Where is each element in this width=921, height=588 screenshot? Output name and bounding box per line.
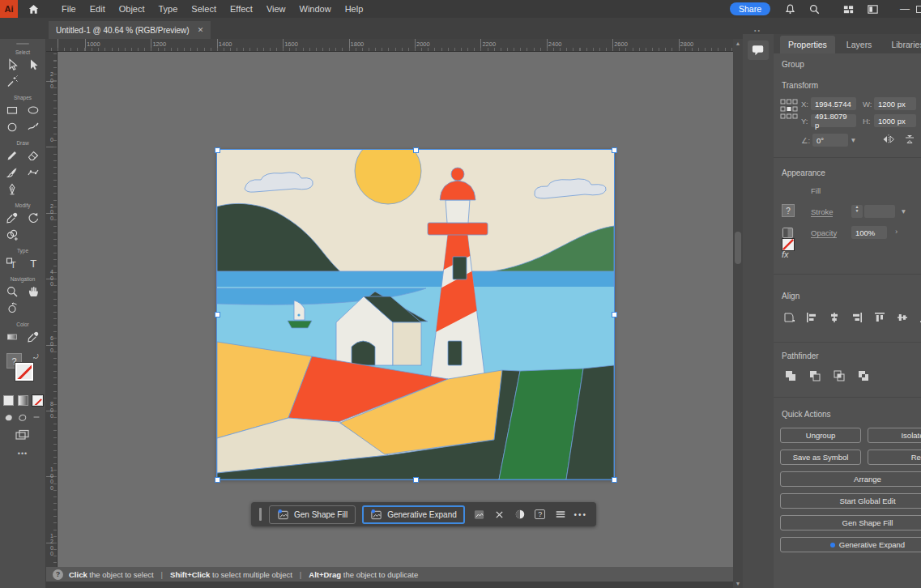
menu-type[interactable]: Type (159, 4, 178, 14)
generative-expand-button[interactable]: Generative Expand (780, 537, 921, 552)
help-icon[interactable]: ? (533, 508, 548, 521)
more-options-icon[interactable]: ••• (573, 508, 588, 521)
reference-point-locator[interactable] (780, 99, 798, 123)
minimize-icon[interactable]: — (900, 3, 910, 15)
selection-handle[interactable] (612, 477, 617, 483)
scroll-down-icon[interactable]: ▼ (733, 581, 743, 586)
tab-libraries[interactable]: Libraries (883, 36, 921, 53)
canvas-pasteboard[interactable]: Gen Shape FillGenerative Expand ?••• (58, 52, 733, 567)
help-icon[interactable]: ? (53, 569, 63, 580)
opacity-link[interactable]: Opacity (811, 228, 837, 238)
dock-collapse-icon[interactable]: •• (754, 28, 761, 33)
menu-view[interactable]: View (266, 4, 286, 14)
gen-shape-fill-button[interactable]: Gen Shape Fill (780, 515, 921, 530)
gen-shape-fill-button[interactable]: Gen Shape Fill (269, 505, 356, 524)
paintbrush-tool[interactable] (2, 164, 22, 181)
y-input[interactable]: 491.8079 p (811, 114, 856, 127)
pathfinder-minus-front-icon[interactable] (808, 369, 822, 382)
direct-selection-tool[interactable] (2, 57, 22, 73)
rectangle-tool[interactable] (2, 102, 22, 118)
stroke-swatch-none[interactable] (15, 363, 33, 381)
selection-handle[interactable] (612, 147, 617, 153)
x-input[interactable]: 1994.5744 (811, 97, 856, 110)
draw-inside-icon[interactable] (32, 412, 41, 422)
opacity-more-icon[interactable]: › (895, 227, 898, 236)
opacity-icon[interactable] (782, 227, 794, 242)
selection-handle[interactable] (215, 312, 220, 317)
menu-window[interactable]: Window (300, 4, 331, 14)
pen-tool[interactable] (2, 181, 22, 198)
recolor-button[interactable]: Recolor (868, 450, 921, 465)
type-tool[interactable]: T (23, 255, 43, 271)
eyedropper-tool[interactable] (2, 210, 22, 226)
swap-fill-stroke-icon[interactable]: ⤾ (33, 353, 39, 361)
menu-icon[interactable] (553, 508, 568, 521)
hand-tool[interactable] (23, 283, 43, 300)
menu-help[interactable]: Help (345, 4, 364, 14)
document-tab[interactable]: Untitled-1 @ 40.64 % (RGB/Preview) ✕ (49, 21, 211, 39)
isolate-group-button[interactable]: Isolate Group (868, 428, 921, 443)
draw-normal-icon[interactable] (4, 412, 14, 422)
notifications-bell-icon[interactable] (782, 2, 798, 16)
insert-image-icon[interactable] (472, 508, 487, 521)
search-icon[interactable] (806, 2, 822, 16)
menu-file[interactable]: File (62, 4, 76, 14)
rotate-tool[interactable] (23, 210, 43, 226)
edit-toolbar-more-icon[interactable]: ••• (0, 450, 45, 458)
touch-type-tool[interactable]: T (2, 255, 22, 271)
home-icon[interactable] (26, 2, 41, 16)
align-to-selection-dropdown-icon[interactable] (782, 311, 796, 324)
align-middle-vertical-icon[interactable] (895, 311, 910, 324)
tab-layers[interactable]: Layers (838, 36, 880, 53)
color-eyedropper-tool[interactable] (23, 329, 43, 345)
magic-wand-tool[interactable] (2, 74, 22, 90)
tab-close-icon[interactable]: ✕ (198, 26, 204, 34)
align-right-icon[interactable] (850, 311, 864, 324)
selection-handle[interactable] (215, 477, 220, 483)
maximize-icon[interactable] (916, 6, 921, 13)
arrange-button[interactable]: Arrange (780, 471, 921, 487)
screen-mode-icon[interactable] (15, 428, 31, 441)
selection-handle[interactable] (612, 312, 617, 317)
stroke-weight-input[interactable] (864, 205, 895, 218)
pathfinder-unite-icon[interactable] (783, 369, 798, 382)
stroke-weight-stepper[interactable]: ▲▼ (851, 205, 863, 218)
pencil-tool[interactable] (2, 147, 22, 164)
shape-builder-tool[interactable] (2, 227, 22, 243)
align-left-icon[interactable] (804, 311, 819, 324)
selection-handle[interactable] (413, 477, 419, 483)
panel-layout-icon[interactable] (864, 2, 880, 16)
ellipse-tool[interactable] (23, 102, 43, 118)
chevron-down-icon[interactable]: ▾ (851, 135, 855, 144)
rotate-view-tool[interactable] (2, 300, 22, 317)
scroll-up-icon[interactable]: ▲ (733, 40, 743, 46)
close-icon[interactable] (492, 508, 507, 521)
gradient-swatch[interactable] (18, 395, 28, 406)
w-input[interactable]: 1200 px (874, 97, 916, 110)
workspace-switcher-icon[interactable] (840, 2, 856, 16)
fx-effects-icon[interactable]: fx (782, 249, 789, 259)
polygon-tool[interactable] (2, 119, 22, 135)
taskbar-drag-handle[interactable] (259, 508, 262, 521)
stroke-weight-chevron-icon[interactable]: ▾ (902, 207, 906, 215)
flip-vertical-icon[interactable] (903, 134, 916, 148)
align-top-icon[interactable] (872, 311, 887, 324)
tab-properties[interactable]: Properties (780, 36, 835, 53)
curvature-tool[interactable] (23, 164, 43, 181)
save-as-symbol-button[interactable]: Save as Symbol (780, 450, 861, 465)
gradient-tool[interactable] (2, 329, 22, 345)
rotation-select[interactable]: 0° (812, 134, 848, 147)
share-button[interactable]: Share (730, 2, 770, 15)
start-global-edit-button[interactable]: Start Global Edit (780, 493, 921, 509)
menu-edit[interactable]: Edit (90, 4, 105, 14)
stroke-link[interactable]: Stroke (811, 207, 833, 217)
none-swatch[interactable] (32, 395, 43, 406)
h-input[interactable]: 1000 px (874, 114, 916, 127)
lighthouse-illustration[interactable] (217, 150, 614, 479)
tone-icon[interactable] (513, 508, 527, 521)
pathfinder-intersect-icon[interactable] (832, 369, 846, 382)
selection-handle[interactable] (215, 147, 220, 153)
zoom-tool[interactable] (2, 283, 22, 300)
shaper-tool[interactable] (23, 119, 43, 135)
selection-tool[interactable] (23, 57, 43, 73)
